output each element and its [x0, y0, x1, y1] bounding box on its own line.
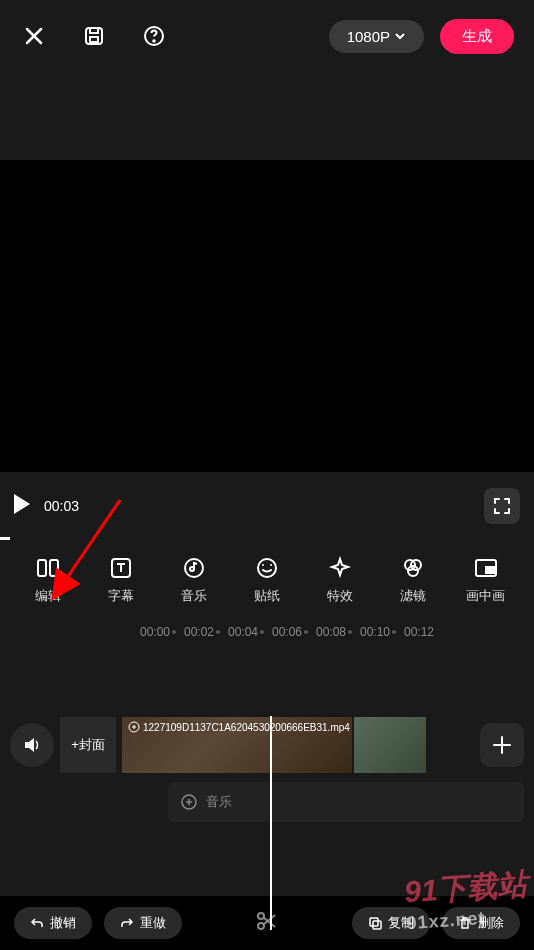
delete-button[interactable]: 删除	[442, 907, 520, 939]
redo-label: 重做	[140, 914, 166, 932]
svg-rect-28	[373, 921, 381, 929]
resolution-label: 1080P	[347, 28, 390, 45]
svg-rect-10	[50, 560, 58, 576]
help-button[interactable]	[140, 22, 168, 50]
tool-label: 特效	[327, 587, 353, 605]
playback-time: 00:03	[44, 498, 79, 514]
video-clip[interactable]: 1227109D1137C1A6204530200666EB31.mp4	[122, 717, 352, 773]
split-button[interactable]	[255, 909, 279, 937]
undo-button[interactable]: 撤销	[14, 907, 92, 939]
tool-edit[interactable]: 编辑	[12, 555, 85, 605]
clip-filename-label: 1227109D1137C1A6204530200666EB31.mp4	[128, 721, 350, 733]
fullscreen-icon	[493, 497, 511, 515]
generate-button[interactable]: 生成	[440, 19, 514, 54]
close-button[interactable]	[20, 22, 48, 50]
svg-point-13	[258, 559, 276, 577]
link-icon	[128, 721, 140, 733]
save-icon	[82, 24, 106, 48]
video-clip[interactable]	[354, 717, 426, 773]
sparkle-icon	[327, 555, 353, 581]
fullscreen-button[interactable]	[484, 488, 520, 524]
play-button[interactable]	[14, 494, 32, 518]
tool-subtitle[interactable]: 字幕	[85, 555, 158, 605]
tool-label: 贴纸	[254, 587, 280, 605]
save-button[interactable]	[80, 22, 108, 50]
svg-marker-6	[14, 494, 30, 514]
clip-track[interactable]: 1227109D1137C1A6204530200666EB31.mp4	[122, 717, 474, 773]
tool-label: 音乐	[181, 587, 207, 605]
tool-label: 字幕	[108, 587, 134, 605]
progress-indicator	[0, 537, 10, 540]
svg-rect-18	[486, 567, 494, 573]
svg-rect-9	[38, 560, 46, 576]
tool-label: 滤镜	[400, 587, 426, 605]
copy-label: 复制	[388, 914, 414, 932]
play-icon	[14, 494, 32, 514]
text-icon	[108, 555, 134, 581]
svg-point-5	[153, 40, 155, 42]
svg-point-16	[408, 566, 418, 576]
tool-effects[interactable]: 特效	[303, 555, 376, 605]
sticker-icon	[254, 555, 280, 581]
help-icon	[142, 24, 166, 48]
tool-label: 编辑	[35, 587, 61, 605]
redo-button[interactable]: 重做	[104, 907, 182, 939]
redo-icon	[120, 916, 134, 930]
playhead[interactable]	[270, 716, 272, 930]
music-label: 音乐	[206, 793, 232, 811]
tool-filter[interactable]: 滤镜	[376, 555, 449, 605]
video-preview[interactable]	[0, 160, 534, 472]
tool-label: 画中画	[466, 587, 505, 605]
svg-rect-27	[370, 918, 378, 926]
trash-icon	[458, 916, 472, 930]
music-add-icon	[180, 793, 198, 811]
scissors-icon	[255, 909, 279, 933]
volume-button[interactable]	[10, 723, 54, 767]
time-ruler[interactable]: 00:00 00:02 00:04 00:06 00:08 00:10 00:1…	[0, 620, 534, 644]
tool-sticker[interactable]: 贴纸	[231, 555, 304, 605]
svg-rect-3	[90, 37, 98, 42]
copy-button[interactable]: 复制	[352, 907, 430, 939]
preview-top-padding	[0, 72, 534, 160]
edit-icon	[35, 555, 61, 581]
undo-icon	[30, 916, 44, 930]
add-clip-button[interactable]	[480, 723, 524, 767]
chevron-down-icon	[394, 30, 406, 42]
pip-icon	[473, 555, 499, 581]
cover-button[interactable]: +封面	[60, 717, 116, 773]
copy-icon	[368, 916, 382, 930]
volume-icon	[22, 735, 42, 755]
music-icon	[181, 555, 207, 581]
add-music-button[interactable]: 音乐	[168, 782, 524, 822]
ruler-tick: 00:12	[404, 625, 464, 639]
delete-label: 删除	[478, 914, 504, 932]
filter-icon	[400, 555, 426, 581]
undo-label: 撤销	[50, 914, 76, 932]
close-icon	[22, 24, 46, 48]
tool-pip[interactable]: 画中画	[449, 555, 522, 605]
plus-icon	[491, 734, 513, 756]
resolution-selector[interactable]: 1080P	[329, 20, 424, 53]
tool-music[interactable]: 音乐	[158, 555, 231, 605]
